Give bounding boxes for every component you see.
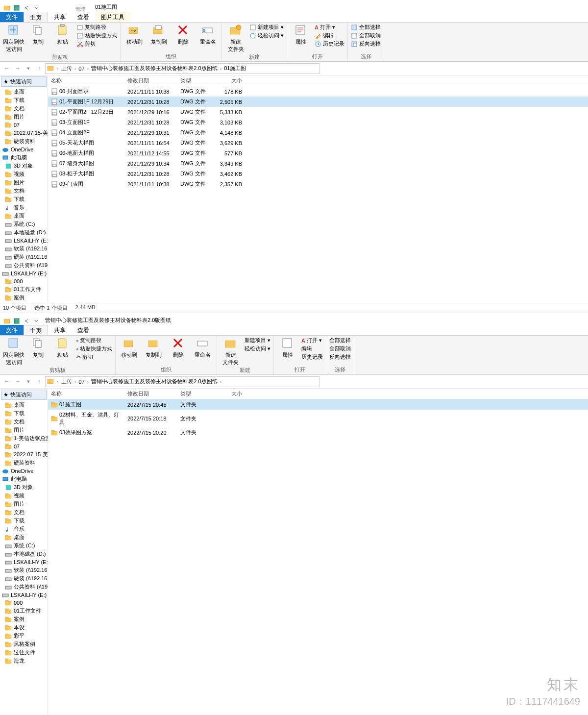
easy-access-button[interactable]: 轻松访问▾	[249, 32, 284, 39]
table-row[interactable]: 04-立面图2F2021/12/29 10:31DWG 文件4,148 KB	[48, 127, 588, 138]
tab-home[interactable]: 主页	[24, 12, 48, 22]
nav-item[interactable]: 本设	[0, 623, 48, 632]
nav-item[interactable]: LSKAILHY (E:)	[0, 558, 48, 566]
col-name[interactable]: 名称	[48, 75, 124, 86]
tab-share[interactable]: 共享	[48, 12, 72, 22]
nav-item[interactable]: 公共资料 (\\192	[0, 261, 48, 270]
table-row[interactable]: 02材料、五金、洁具、灯具2022/7/15 20:18文件夹	[48, 410, 588, 427]
nav-item[interactable]: 桌面	[0, 88, 48, 96]
nav-item[interactable]: 音乐	[0, 203, 48, 212]
nav-item[interactable]: 系统 (C:)	[0, 220, 48, 228]
nav-item[interactable]: 下载	[0, 195, 48, 203]
nav-item[interactable]: 桌面	[0, 533, 48, 542]
nav-item[interactable]: 000	[0, 277, 48, 285]
nav-item[interactable]: 2022.07.15-美信	[0, 129, 48, 137]
new-item-button[interactable]: 新建项目▾	[249, 24, 284, 31]
nav-item[interactable]: 1-美信达张总复	[0, 434, 48, 443]
tab-home[interactable]: 主页	[24, 325, 48, 335]
nav-item[interactable]: 案例	[0, 615, 48, 623]
rename-button[interactable]: 重命名	[197, 24, 219, 46]
properties-button[interactable]: 属性	[290, 24, 312, 46]
col-size[interactable]: 大小	[211, 389, 245, 399]
nav-item[interactable]: 公共资料 (\\192	[0, 583, 48, 591]
nav-item[interactable]: 2022.07.15-美信	[0, 450, 48, 459]
table-row[interactable]: 05-天花大样图2021/11/11 16:54DWG 文件3,629 KB	[48, 138, 588, 148]
copy-to-button[interactable]: 复制到	[148, 24, 170, 46]
pin-quickaccess-button[interactable]: 固定到快 速访问	[3, 337, 24, 366]
crumb[interactable]: 01施工图	[222, 65, 247, 72]
nav-item[interactable]: 桌面	[0, 212, 48, 220]
cut-button[interactable]: ✂剪切	[76, 353, 112, 361]
rename-button[interactable]: 重命名	[192, 337, 214, 359]
qat-undo-icon[interactable]	[23, 4, 30, 12]
select-none-button[interactable]: 全部取消	[351, 32, 381, 39]
col-type[interactable]: 类型	[177, 389, 211, 399]
nav-item[interactable]: 视频	[0, 492, 48, 500]
col-size[interactable]: 大小	[211, 75, 245, 86]
nav-item[interactable]: 案例	[0, 294, 48, 302]
invert-select-button[interactable]: 反向选择	[329, 353, 351, 361]
nav-item[interactable]: 本地磁盘 (D:)	[0, 228, 48, 237]
edit-button[interactable]: 编辑	[315, 32, 344, 39]
nav-up-icon[interactable]: ↑	[35, 65, 43, 72]
table-row[interactable]: 09-门表图2021/11/11 10:38DWG 文件2,357 KB	[48, 179, 588, 189]
nav-item[interactable]: 文档	[0, 418, 48, 426]
crumb[interactable]: 07	[77, 379, 86, 385]
properties-button[interactable]: 属性	[277, 337, 298, 359]
nav-item[interactable]: 风格案例	[0, 640, 48, 648]
nav-item[interactable]: 硬装资料	[0, 459, 48, 467]
qat-dropdown-icon[interactable]	[32, 317, 40, 325]
nav-item[interactable]: 硬装 (\\192.168	[0, 574, 48, 583]
nav-item[interactable]: 音乐	[0, 525, 48, 533]
open-button[interactable]: A打开▾	[315, 24, 344, 31]
new-folder-button[interactable]: 新建 文件夹	[220, 337, 242, 366]
nav-item[interactable]: 图片	[0, 500, 48, 508]
nav-item[interactable]: 3D 对象	[0, 483, 48, 492]
onedrive-header[interactable]: OneDrive	[0, 467, 48, 475]
nav-item[interactable]: 硬装 (\\192.168	[0, 253, 48, 261]
nav-pane[interactable]: ★快速访问桌面下载文档图片072022.07.15-美信硬装资料OneDrive…	[0, 75, 48, 303]
nav-item[interactable]: 下载	[0, 409, 48, 418]
nav-back-icon[interactable]: ←	[3, 378, 11, 385]
table-row[interactable]: 01-平面图1F 12月29日2021/12/31 10:28DWG 文件2,5…	[48, 97, 588, 107]
this-pc-header[interactable]: 此电脑	[0, 153, 48, 162]
nav-recent-icon[interactable]: ▾	[24, 378, 32, 385]
paste-button[interactable]: 粘贴	[52, 337, 74, 359]
nav-item[interactable]: 本设	[0, 302, 48, 303]
nav-item[interactable]: 下载	[0, 517, 48, 525]
file-list[interactable]: 名称 修改日期 类型 大小 01施工图2022/7/15 20:45文件夹02材…	[48, 389, 588, 715]
copy-path-button[interactable]: 复制路径	[76, 24, 117, 31]
move-to-button[interactable]: 移动到	[123, 24, 145, 46]
nav-item[interactable]: 图片	[0, 426, 48, 434]
breadcrumb[interactable]: › 上传› 07› 营销中心装修施工图及装修主材设备物料表2.0版图纸› 01施…	[45, 63, 319, 74]
col-date[interactable]: 修改日期	[124, 75, 177, 86]
qat-save-icon[interactable]	[13, 4, 21, 12]
col-date[interactable]: 修改日期	[124, 389, 177, 399]
history-button[interactable]: 历史记录	[301, 353, 323, 361]
table-row[interactable]: 00-封面目录2021/11/11 10:38DWG 文件178 KB	[48, 86, 588, 97]
col-name[interactable]: 名称	[48, 389, 124, 399]
new-folder-button[interactable]: 新建 文件夹	[225, 24, 246, 53]
quick-access-header[interactable]: ★快速访问	[1, 76, 47, 87]
table-row[interactable]: 03效果图方案2022/7/15 20:20文件夹	[48, 427, 588, 438]
this-pc-header[interactable]: 此电脑	[0, 475, 48, 483]
copy-to-button[interactable]: 复制到	[143, 337, 165, 359]
tab-view[interactable]: 查看	[72, 12, 95, 22]
cut-button[interactable]: 剪切	[76, 40, 117, 48]
nav-forward-icon[interactable]: →	[14, 65, 22, 72]
breadcrumb[interactable]: › 上传› 07› 营销中心装修施工图及装修主材设备物料表2.0版图纸›	[45, 376, 319, 387]
nav-item[interactable]: 下载	[0, 96, 48, 104]
select-none-button[interactable]: 全部取消	[329, 345, 351, 352]
nav-item[interactable]: 01工作文件	[0, 607, 48, 615]
delete-button[interactable]: 删除	[172, 24, 194, 46]
delete-button[interactable]: 删除	[168, 337, 189, 359]
open-button[interactable]: A打开 ▾	[301, 337, 323, 344]
nav-item[interactable]: LSKAILHY (E:)	[0, 237, 48, 245]
nav-back-icon[interactable]: ←	[3, 65, 11, 72]
nav-item[interactable]: 系统 (C:)	[0, 542, 48, 550]
crumb[interactable]: 07	[77, 66, 86, 72]
nav-item[interactable]: 图片	[0, 113, 48, 121]
crumb[interactable]: 上传	[60, 65, 74, 72]
column-headers[interactable]: 名称 修改日期 类型 大小	[48, 75, 588, 86]
nav-item[interactable]: 000	[0, 599, 48, 607]
